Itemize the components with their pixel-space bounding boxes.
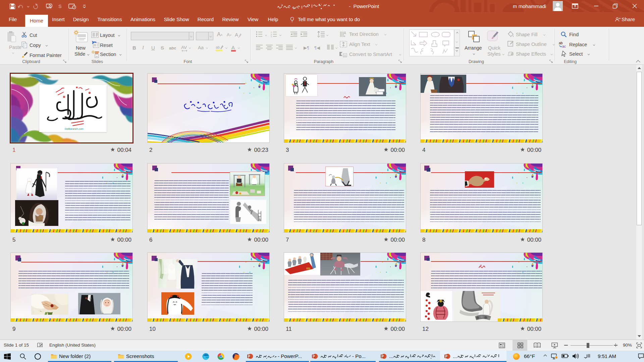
svg-text:3: 3	[271, 36, 272, 37]
svg-text:ab: ab	[216, 45, 220, 49]
svg-text:P: P	[445, 355, 447, 358]
svg-text:P: P	[248, 355, 250, 358]
svg-text:S: S	[58, 4, 62, 9]
svg-text:A: A	[344, 31, 346, 35]
svg-text:P: P	[313, 355, 315, 358]
svg-text:A: A	[235, 32, 238, 38]
svg-text:P: P	[381, 355, 384, 358]
svg-text:DelBaraneh.com: DelBaraneh.com	[65, 127, 84, 130]
svg-text:1: 1	[271, 31, 272, 33]
svg-text:ac: ac	[562, 44, 566, 48]
svg-text:2: 2	[271, 34, 272, 36]
